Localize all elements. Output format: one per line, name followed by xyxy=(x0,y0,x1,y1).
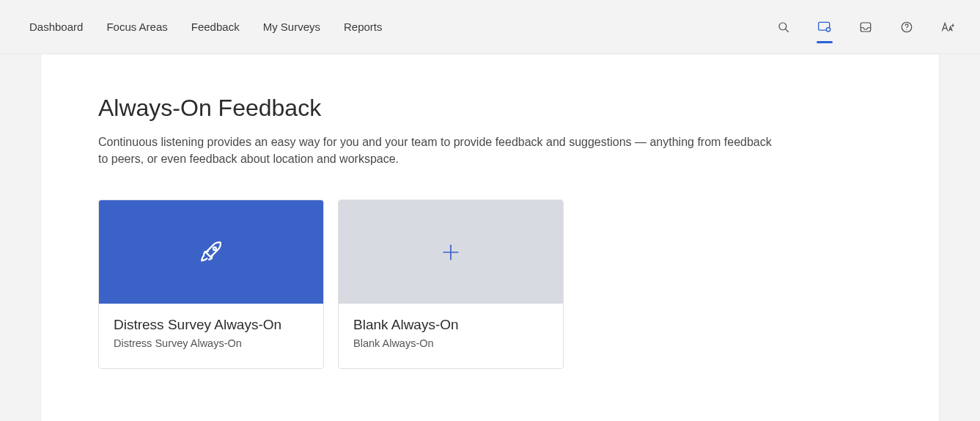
svg-point-6 xyxy=(906,29,907,30)
nav-tab-my-surveys[interactable]: My Surveys xyxy=(262,16,322,37)
nav-tab-focus-areas[interactable]: Focus Areas xyxy=(105,16,169,37)
card-subtitle: Blank Always-On xyxy=(353,337,548,349)
plus-icon xyxy=(441,243,460,262)
card-subtitle: Distress Survey Always-On xyxy=(114,337,309,349)
card-cover xyxy=(339,200,563,304)
nav-tab-reports[interactable]: Reports xyxy=(342,16,384,37)
card-title: Distress Survey Always-On xyxy=(114,317,309,333)
nav-tab-dashboard[interactable]: Dashboard xyxy=(28,16,84,37)
font-size-icon xyxy=(940,21,955,34)
svg-point-7 xyxy=(213,247,216,250)
search-icon xyxy=(777,21,790,34)
card-body: Blank Always-On Blank Always-On xyxy=(339,304,563,368)
screen-gear-icon xyxy=(817,21,832,34)
svg-rect-4 xyxy=(861,23,871,32)
search-button[interactable] xyxy=(773,12,794,42)
inbox-button[interactable] xyxy=(855,12,876,42)
help-button[interactable] xyxy=(896,12,917,42)
inbox-icon xyxy=(859,21,872,34)
svg-point-0 xyxy=(779,23,786,30)
help-icon xyxy=(900,21,913,34)
nav-tabs: Dashboard Focus Areas Feedback My Survey… xyxy=(28,16,384,37)
template-cards: Distress Survey Always-On Distress Surve… xyxy=(98,199,882,369)
language-button[interactable] xyxy=(937,12,958,42)
card-distress-survey[interactable]: Distress Survey Always-On Distress Surve… xyxy=(98,199,324,369)
nav-tab-feedback[interactable]: Feedback xyxy=(190,16,241,37)
always-on-feedback-tool-button[interactable] xyxy=(814,12,835,42)
page-content: Always-On Feedback Continuous listening … xyxy=(40,54,940,421)
card-blank-always-on[interactable]: Blank Always-On Blank Always-On xyxy=(338,199,564,369)
page-description: Continuous listening provides an easy wa… xyxy=(98,133,773,167)
card-title: Blank Always-On xyxy=(353,317,548,333)
top-bar: Dashboard Focus Areas Feedback My Survey… xyxy=(0,0,980,54)
svg-line-1 xyxy=(786,29,789,32)
toolbar-icons xyxy=(773,12,958,42)
page-title: Always-On Feedback xyxy=(98,95,882,122)
card-body: Distress Survey Always-On Distress Surve… xyxy=(99,304,323,368)
card-cover xyxy=(99,200,323,304)
rocket-icon xyxy=(199,240,224,265)
